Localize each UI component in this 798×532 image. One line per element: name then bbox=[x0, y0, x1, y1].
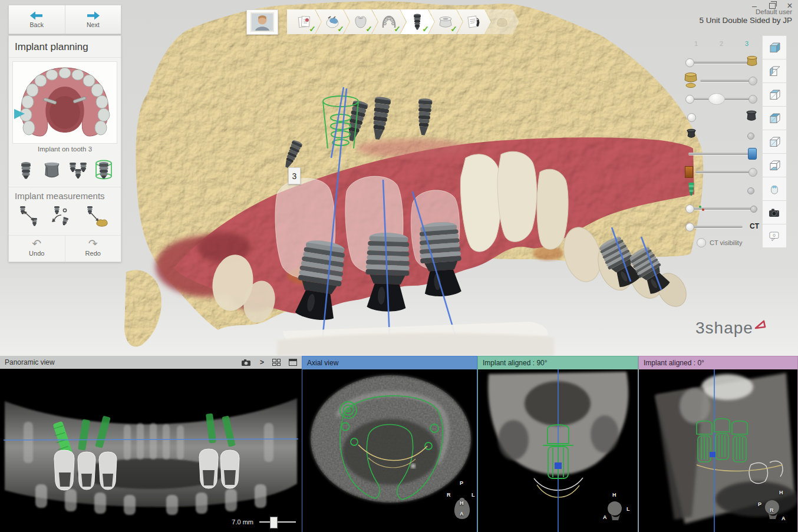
screenshot-button[interactable] bbox=[763, 201, 786, 224]
slider-abutment-visibility bbox=[684, 108, 759, 126]
slice-thickness-slider[interactable] bbox=[259, 517, 296, 527]
slider-knob[interactable] bbox=[750, 206, 757, 213]
slider-knob[interactable] bbox=[685, 58, 694, 67]
view-cube-top-button[interactable] bbox=[763, 36, 786, 60]
annotations-button[interactable]: 0 bbox=[763, 224, 786, 247]
orientation-l: L bbox=[626, 506, 630, 512]
slider-knob[interactable] bbox=[685, 95, 694, 104]
undo-redo-row: ↶ Undo ↷ Redo bbox=[9, 236, 121, 262]
implant-distance-button[interactable] bbox=[15, 203, 44, 230]
slider-knob[interactable] bbox=[748, 77, 757, 85]
slider-knob[interactable] bbox=[685, 204, 694, 213]
marker-dot-green bbox=[699, 206, 701, 208]
3shape-logo: 3shape bbox=[695, 319, 767, 338]
add-abutment-button[interactable] bbox=[39, 157, 64, 183]
back-button[interactable]: Back bbox=[9, 5, 65, 34]
view-cube-top-icon bbox=[768, 41, 781, 54]
navigation-bar: Back Next bbox=[8, 5, 121, 34]
slider-knob[interactable] bbox=[748, 168, 757, 177]
orientation-a: A bbox=[603, 514, 607, 520]
tooth-view-button[interactable] bbox=[763, 177, 786, 201]
tooth bbox=[460, 154, 501, 252]
aligned0-canvas[interactable]: H P R A bbox=[639, 369, 797, 532]
panoramic-canvas[interactable]: 7.0 mm bbox=[0, 369, 302, 532]
slider-track[interactable] bbox=[695, 171, 754, 173]
slider-knob[interactable] bbox=[748, 95, 757, 104]
view-cube-top2-button[interactable] bbox=[763, 83, 786, 107]
tooth-handle[interactable] bbox=[708, 93, 725, 105]
view-cube-left-button[interactable] bbox=[763, 60, 786, 83]
panoramic-header: Panoramic view > bbox=[0, 356, 302, 369]
implant-tooth-distance-icon bbox=[83, 205, 108, 229]
aligned90-canvas[interactable]: H L A bbox=[478, 369, 638, 532]
gold-abutment-icon bbox=[745, 54, 759, 67]
slider-knob[interactable] bbox=[685, 223, 694, 232]
orientation-a: A bbox=[460, 511, 464, 517]
redo-icon: ↷ bbox=[88, 239, 98, 249]
marker-dot-red bbox=[702, 209, 704, 211]
tab-1[interactable]: 1 bbox=[684, 38, 708, 49]
view-cube-front-button[interactable] bbox=[763, 130, 786, 154]
slider-track[interactable] bbox=[688, 153, 753, 155]
slider-knob[interactable] bbox=[747, 187, 754, 194]
slider-implant-visibility bbox=[684, 126, 759, 144]
slider-sleeve bbox=[684, 144, 759, 163]
bone-block-icon bbox=[685, 166, 693, 178]
slider-anatomy bbox=[684, 90, 759, 108]
ct-visibility-toggle[interactable]: CT visibility bbox=[697, 238, 759, 247]
slider-track[interactable] bbox=[688, 61, 752, 64]
slider-track[interactable] bbox=[688, 207, 754, 210]
multiple-implants-button[interactable] bbox=[65, 157, 90, 183]
axial-canvas[interactable]: P R L H A bbox=[302, 369, 477, 532]
orientation-r: R bbox=[447, 492, 451, 498]
blue-sleeve-handle[interactable] bbox=[748, 148, 757, 160]
visibility-panel: 1 2 3 bbox=[684, 38, 759, 247]
slider-track[interactable] bbox=[688, 226, 743, 228]
aligned0-title: Implant aligned : 0° bbox=[644, 359, 704, 367]
step-order-form[interactable]: ✓ bbox=[287, 9, 321, 34]
slider-track[interactable] bbox=[700, 80, 754, 82]
expand-chevron-icon[interactable]: > bbox=[260, 358, 264, 366]
undo-button[interactable]: ↶ Undo bbox=[9, 236, 65, 262]
tab-2[interactable]: 2 bbox=[708, 38, 734, 49]
check-icon: ✓ bbox=[309, 24, 316, 34]
annotation-bubble-icon: 0 bbox=[768, 230, 781, 243]
single-layout-icon[interactable] bbox=[289, 359, 297, 366]
implant-distance-icon bbox=[18, 205, 41, 229]
gold-scanbody-icon bbox=[684, 72, 699, 88]
implant-to-tooth-button[interactable] bbox=[81, 203, 110, 230]
slider-abutment-top bbox=[684, 53, 759, 71]
implant-angle-icon bbox=[50, 205, 75, 229]
thumbnail-caption: Implant on tooth 3 bbox=[9, 144, 121, 156]
tab-3[interactable]: 3 bbox=[734, 38, 759, 49]
implant-with-sleeve-button[interactable] bbox=[91, 157, 116, 183]
grid-layout-icon[interactable] bbox=[272, 359, 281, 366]
patient-photo-card[interactable] bbox=[246, 9, 278, 35]
tooth bbox=[497, 151, 536, 242]
camera-icon[interactable] bbox=[241, 359, 252, 366]
view-cube-corner-button[interactable] bbox=[763, 107, 786, 130]
slider-handle[interactable] bbox=[270, 517, 278, 528]
check-icon: ✓ bbox=[450, 24, 457, 34]
add-implant-button[interactable] bbox=[14, 157, 38, 183]
slider-gold-anatomy bbox=[684, 71, 759, 90]
dark-abutment-icon bbox=[745, 110, 758, 122]
tooth bbox=[537, 169, 568, 249]
view-orientation-strip: 0 bbox=[762, 35, 787, 248]
multi-implant-icon bbox=[68, 161, 88, 179]
implant-aligned-90-view: Implant aligned : 90° bbox=[477, 356, 638, 532]
redo-button[interactable]: ↷ Redo bbox=[65, 236, 121, 262]
next-button[interactable]: Next bbox=[65, 5, 121, 34]
slider-knob[interactable] bbox=[687, 113, 696, 122]
orientation-p: P bbox=[758, 501, 761, 507]
implant-icon bbox=[19, 161, 32, 179]
slider-knob[interactable] bbox=[747, 133, 754, 140]
implant-step-icon bbox=[413, 14, 422, 30]
implant-sleeve-selected-icon bbox=[94, 160, 114, 181]
ct-visibility-label: CT visibility bbox=[710, 239, 742, 246]
orientation-a: A bbox=[781, 516, 786, 521]
view-cube-bottom-button[interactable] bbox=[763, 154, 786, 177]
implant-angle-button[interactable] bbox=[48, 203, 77, 230]
abutment-icon bbox=[42, 162, 61, 179]
aligned90-header: Implant aligned : 90° bbox=[478, 356, 638, 369]
